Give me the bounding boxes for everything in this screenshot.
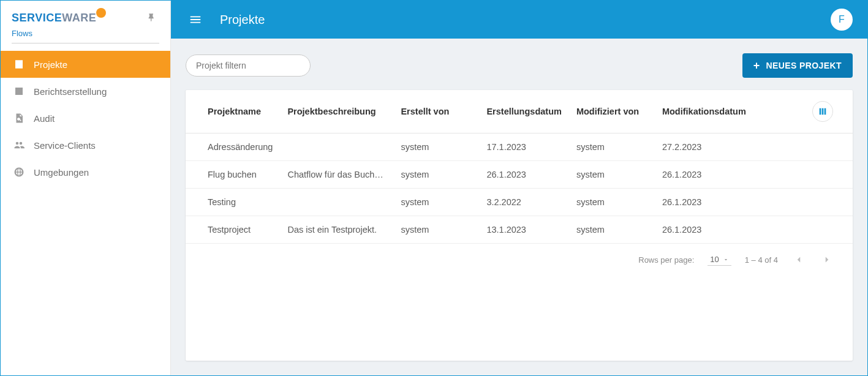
brand-divider <box>12 43 159 43</box>
app-root: SERVICEWARE Flows Projekte Berichtser <box>0 0 868 376</box>
cell-createdby: system <box>393 161 479 189</box>
filter-input[interactable] <box>186 55 311 77</box>
cell-createdat: 13.1.2023 <box>479 216 568 244</box>
table-header-row: Projektname Projektbeschreibung Erstellt… <box>186 90 853 133</box>
cell-createdby: system <box>393 189 479 216</box>
cell-actions <box>765 216 853 244</box>
table-row[interactable]: Testing system 3.2.2022 system 26.1.2023 <box>186 189 853 216</box>
brand-badge-icon <box>96 8 106 18</box>
chevron-right-icon <box>821 254 832 265</box>
rows-per-page-select[interactable]: 10 <box>708 254 731 266</box>
cell-actions <box>765 161 853 189</box>
sidebar-item-label: Umgebungen <box>34 167 89 178</box>
cell-modat: 26.1.2023 <box>655 189 765 216</box>
cell-actions <box>765 189 853 216</box>
cell-modat: 27.2.2023 <box>655 133 765 161</box>
users-icon <box>13 139 25 151</box>
rows-per-page-label: Rows per page: <box>638 255 694 265</box>
toolbar: + NEUES PROJEKT <box>186 53 853 78</box>
brand-row: SERVICEWARE <box>1 10 170 29</box>
chevron-down-icon <box>723 257 729 263</box>
content: + NEUES PROJEKT Projektname Projektbesch… <box>171 39 867 375</box>
sidebar-item-label: Projekte <box>34 59 67 70</box>
columns-icon[interactable] <box>812 101 833 122</box>
sidebar-item-label: Service-Clients <box>34 140 96 151</box>
cell-modat: 26.1.2023 <box>655 216 765 244</box>
table-row[interactable]: Flug buchen Chatflow für das Buchen ein.… <box>186 161 853 189</box>
cell-modby: system <box>569 189 655 216</box>
main: Projekte F + NEUES PROJEKT Projektname P… <box>171 1 867 375</box>
sidebar-item-service-clients[interactable]: Service-Clients <box>1 132 170 159</box>
sidebar-item-berichtserstellung[interactable]: Berichtserstellung <box>1 78 170 105</box>
table-card: Projektname Projektbeschreibung Erstellt… <box>186 90 853 361</box>
sidebar-item-umgebungen[interactable]: Umgebungen <box>1 159 170 186</box>
sidebar-item-label: Berichtserstellung <box>34 86 107 97</box>
col-header-modby[interactable]: Modifiziert von <box>569 90 655 133</box>
brand-part2: WARE <box>62 12 96 24</box>
brand-text: SERVICEWARE <box>12 12 96 24</box>
cell-modby: system <box>569 216 655 244</box>
sidebar-item-label: Audit <box>34 113 55 124</box>
col-header-createdby[interactable]: Erstellt von <box>393 90 479 133</box>
sidebar-item-audit[interactable]: Audit <box>1 105 170 132</box>
sidebar-item-projekte[interactable]: Projekte <box>1 51 170 78</box>
cell-desc: Chatflow für das Buchen ein... <box>280 161 393 189</box>
cell-createdat: 3.2.2022 <box>479 189 568 216</box>
file-search-icon <box>13 112 25 124</box>
topbar: Projekte F <box>171 1 867 39</box>
pager-prev[interactable] <box>791 252 806 267</box>
avatar[interactable]: F <box>831 9 853 31</box>
sidebar-nav: Projekte Berichtserstellung Audit Servic… <box>1 48 170 186</box>
cell-createdat: 26.1.2023 <box>479 161 568 189</box>
page-title: Projekte <box>220 13 265 27</box>
col-header-desc[interactable]: Projektbeschreibung <box>280 90 393 133</box>
brand-part1: SERVICE <box>12 12 62 24</box>
pin-icon[interactable] <box>145 10 159 25</box>
col-header-createdat[interactable]: Erstellungsdatum <box>479 90 568 133</box>
hamburger-icon[interactable] <box>186 10 205 29</box>
pager: Rows per page: 10 1 – 4 of 4 <box>186 244 853 276</box>
brand-subtitle[interactable]: Flows <box>1 29 170 43</box>
projects-table: Projektname Projektbeschreibung Erstellt… <box>186 90 853 244</box>
cell-createdat: 17.1.2023 <box>479 133 568 161</box>
brand-logo: SERVICEWARE <box>12 12 107 24</box>
col-header-modat[interactable]: Modifikationsdatum <box>655 90 765 133</box>
cell-desc <box>280 133 393 161</box>
chevron-left-icon <box>793 254 804 265</box>
cell-modat: 26.1.2023 <box>655 161 765 189</box>
cell-modby: system <box>569 133 655 161</box>
sidebar: SERVICEWARE Flows Projekte Berichtser <box>1 1 171 375</box>
cell-name: Adressänderung <box>186 133 280 161</box>
cell-name: Testproject <box>186 216 280 244</box>
cell-createdby: system <box>393 216 479 244</box>
table-row[interactable]: Adressänderung system 17.1.2023 system 2… <box>186 133 853 161</box>
pager-range: 1 – 4 of 4 <box>745 255 778 265</box>
cell-name: Testing <box>186 189 280 216</box>
globe-icon <box>13 166 25 178</box>
new-project-button-label: NEUES PROJEKT <box>766 61 842 70</box>
cell-desc: Das ist ein Testprojekt. <box>280 216 393 244</box>
cell-actions <box>765 133 853 161</box>
cell-createdby: system <box>393 133 479 161</box>
table-body: Adressänderung system 17.1.2023 system 2… <box>186 133 853 244</box>
bar-chart-icon <box>13 85 25 97</box>
new-project-button[interactable]: + NEUES PROJEKT <box>742 53 853 78</box>
cell-modby: system <box>569 161 655 189</box>
table-row[interactable]: Testproject Das ist ein Testprojekt. sys… <box>186 216 853 244</box>
cell-desc <box>280 189 393 216</box>
doc-lines-icon <box>13 58 25 70</box>
cell-name: Flug buchen <box>186 161 280 189</box>
plus-icon: + <box>753 60 760 71</box>
col-header-actions <box>765 90 853 133</box>
rows-per-page-value: 10 <box>710 255 719 264</box>
pager-next[interactable] <box>820 252 834 267</box>
topbar-left: Projekte <box>186 10 265 29</box>
col-header-name[interactable]: Projektname <box>186 90 280 133</box>
